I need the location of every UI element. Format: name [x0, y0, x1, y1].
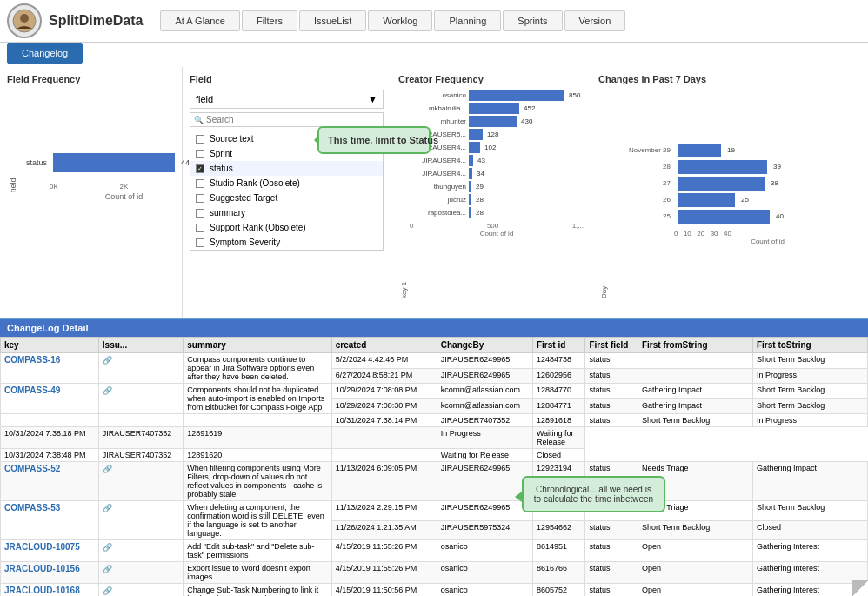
- cell-firstfrom: Gathering Impact: [638, 384, 752, 399]
- cell-firstfrom: [638, 368, 752, 384]
- tab-worklog[interactable]: Worklog: [368, 10, 432, 31]
- changes-x-ticks: 0 10 20 30 40: [610, 230, 731, 238]
- dropdown-item-summary[interactable]: summary: [190, 205, 383, 220]
- cell-firstid: 12602956: [532, 368, 585, 384]
- chevron-down-icon: ▼: [368, 94, 377, 104]
- cell-firstfrom: Waiting for Release: [437, 449, 532, 462]
- checkbox-summary[interactable]: [196, 209, 204, 218]
- checkbox-sprint[interactable]: [196, 150, 204, 158]
- logo-area: SplitDimeData: [7, 3, 143, 38]
- dropdown-item-suggested-target[interactable]: Suggested Target: [190, 191, 383, 205]
- cell-changeby: JIRAUSER7407352: [98, 427, 183, 449]
- changes-day-27: 27: [610, 179, 671, 187]
- creator-val-3: 128: [487, 131, 498, 138]
- creator-val-6: 34: [477, 170, 484, 177]
- table-wrapper[interactable]: key Issu... summary created ChangeBy Fir…: [0, 337, 868, 596]
- app-logo: [7, 3, 42, 38]
- changes-val-26: 25: [741, 196, 749, 204]
- cell-summary: Change Sub-Task Numbering to link it bac…: [184, 584, 332, 597]
- cell-firstfield: status: [585, 384, 638, 399]
- cell-issue: 🔗: [98, 501, 183, 540]
- cell-issue: 🔗: [98, 462, 183, 501]
- creator-row-7: thunguyen 29: [410, 181, 584, 192]
- dropdown-item-symptom[interactable]: Symptom Severity: [190, 235, 383, 250]
- search-input[interactable]: [206, 115, 379, 124]
- tab-planning[interactable]: Planning: [434, 10, 501, 31]
- dropdown-value: field: [196, 94, 213, 104]
- tab-changelog[interactable]: Changelog: [7, 43, 83, 64]
- field-label: Field: [190, 74, 384, 84]
- cell-changeby: osanico: [437, 562, 532, 584]
- cell-issue: 🔗: [98, 384, 183, 414]
- cell-firstfield: status: [585, 368, 638, 384]
- cell-firstfrom: Open: [638, 540, 752, 562]
- cell-created: 10/31/2024 7:38:48 PM: [1, 449, 99, 462]
- changelog-body: COMPASS-16🔗Compass components continue t…: [1, 353, 868, 597]
- cell-firstfield: status: [585, 398, 638, 414]
- changelog-section: ChangeLog Detail key Issu... summary cre…: [0, 319, 868, 596]
- tab-filters[interactable]: Filters: [242, 10, 297, 31]
- creator-val-2: 430: [521, 117, 532, 125]
- x-axis-ticks: 0K 2K 4K: [19, 183, 198, 191]
- tab-version[interactable]: Version: [564, 10, 626, 31]
- dropdown-item-support-rank[interactable]: Support Rank (Obsolete): [190, 220, 383, 235]
- tab-sprints[interactable]: Sprints: [503, 10, 562, 31]
- cell-issue: 🔗: [98, 562, 183, 584]
- app-title: SplitDimeData: [49, 13, 143, 29]
- cell-firstto: Short Term Backlog: [752, 398, 867, 414]
- cell-created: 10/31/2024 7:38:14 PM: [331, 414, 437, 427]
- search-icon: 🔍: [194, 116, 204, 124]
- cell-firstid: 12891620: [184, 449, 332, 462]
- tab-at-a-glance[interactable]: At A Glance: [160, 10, 239, 31]
- cell-summary: Export issue to Word doesn't export imag…: [184, 562, 332, 584]
- cell-firstfrom: [638, 353, 752, 369]
- cell-created: 5/2/2024 4:42:46 PM: [331, 353, 437, 369]
- cell-firstfield: status: [585, 584, 638, 597]
- changes-row-25: 25 40: [610, 210, 861, 224]
- cell-changeby: JIRAUSER6249965: [437, 353, 532, 369]
- field-dropdown-toggle[interactable]: field ▼: [190, 90, 384, 109]
- cell-summary: Components should not be duplicated when…: [184, 384, 332, 414]
- cell-firstfrom: In Progress: [437, 427, 532, 449]
- creator-name-5: JIRAUSER4...: [410, 157, 466, 164]
- changes-y-label: Day: [598, 90, 610, 298]
- table-row: 10/31/2024 7:38:14 PM JIRAUSER7407352 12…: [1, 414, 868, 427]
- checkbox-studio-rank[interactable]: [196, 179, 204, 188]
- cell-firstto: In Progress: [752, 414, 867, 427]
- cell-firstfield: status: [585, 520, 638, 540]
- creator-val-9: 28: [476, 209, 484, 217]
- changes-bar-26: [678, 193, 735, 207]
- dropdown-item-status[interactable]: status: [190, 161, 383, 176]
- changes-bar-27: [678, 177, 765, 191]
- top-section: Field Frequency field status 4423 0K 2K …: [0, 67, 868, 319]
- field-freq-bar-status: status 4423: [19, 153, 198, 172]
- creator-val-8: 28: [476, 196, 484, 204]
- tick-20: 20: [697, 230, 704, 238]
- tab-issuelist[interactable]: IssueList: [299, 10, 366, 31]
- checkbox-support-rank[interactable]: [196, 224, 204, 232]
- cell-firstto: Short Term Backlog: [752, 501, 867, 521]
- checkbox-suggested-target[interactable]: [196, 194, 204, 203]
- field-frequency-panel: Field Frequency field status 4423 0K 2K …: [0, 67, 183, 318]
- nav-row2: Changelog: [0, 43, 868, 67]
- creator-y-label: key 1: [398, 90, 410, 298]
- changes-x-label: Count of id: [610, 238, 861, 245]
- item-label: status: [210, 164, 233, 173]
- creator-bar-0: [469, 90, 564, 101]
- changes-bar-29: [678, 144, 721, 157]
- item-label: Studio Rank (Obsolete): [210, 178, 300, 188]
- checkbox-symptom[interactable]: [196, 238, 204, 247]
- checkbox-status[interactable]: [196, 164, 204, 173]
- cell-firstto: Waiting for Release: [532, 427, 585, 449]
- creator-bar-7: [469, 181, 471, 192]
- table-row: 10/31/2024 7:38:48 PM JIRAUSER7407352 12…: [1, 449, 868, 462]
- cell-firstfield: status: [585, 562, 638, 584]
- cell-firstfrom: Open: [638, 584, 752, 597]
- dropdown-item-studio-rank[interactable]: Studio Rank (Obsolete): [190, 176, 383, 191]
- cell-created: 4/15/2019 11:55:26 PM: [331, 540, 437, 562]
- cell-issue: 🔗: [98, 540, 183, 562]
- cell-key: JRACLOUD-10156: [1, 562, 99, 584]
- creator-val-5: 43: [477, 157, 485, 164]
- checkbox-source-text[interactable]: [196, 135, 204, 144]
- cell-changeby: kcornn@atlassian.com: [437, 384, 532, 399]
